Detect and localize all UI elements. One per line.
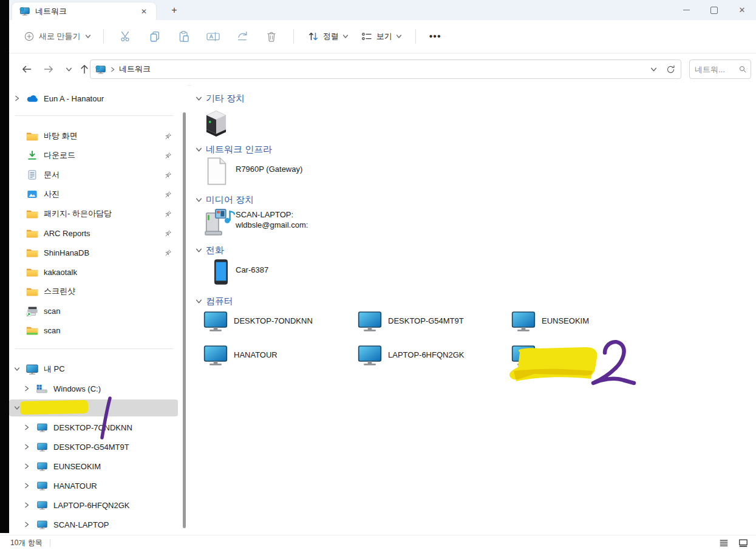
- toolbar-divider: [103, 29, 104, 44]
- computer-item-laptop-6hfqn2gk[interactable]: LAPTOP-6HFQN2GK: [358, 345, 505, 372]
- sidebar-item-shinhanadb[interactable]: ShinHanaDB: [9, 244, 178, 261]
- status-bar: 10개 항목: [0, 535, 756, 550]
- sidebar-item-desktop-g54mt9t[interactable]: DESKTOP-G54MT9T: [9, 438, 178, 455]
- delete-button[interactable]: [257, 25, 286, 48]
- search-box[interactable]: [689, 59, 751, 79]
- sidebar-item-kakaotalk[interactable]: kakaotalk: [9, 263, 178, 280]
- sidebar-item-package-folder[interactable]: 패키지- 하은아담당: [9, 205, 178, 222]
- media-item-label-line1[interactable]: SCAN-LAPTOP:: [236, 210, 293, 219]
- media-device-icon[interactable]: [202, 206, 235, 238]
- chevron-right-icon[interactable]: [21, 385, 32, 392]
- monitor-icon: [26, 364, 39, 375]
- refresh-icon[interactable]: [666, 64, 676, 75]
- sidebar-item-label: 내 PC: [44, 364, 65, 375]
- sidebar-item-downloads[interactable]: 다운로드: [9, 147, 178, 164]
- new-button-label: 새로 만들기: [39, 31, 81, 42]
- share-button[interactable]: [228, 25, 257, 48]
- sidebar-item-label: 네트워크: [44, 402, 75, 413]
- maximize-button[interactable]: [700, 0, 728, 20]
- new-tab-button[interactable]: +: [167, 4, 182, 17]
- sidebar-item-desktop[interactable]: 바탕 화면: [9, 127, 178, 144]
- sidebar-item-scan-folder[interactable]: scan: [9, 322, 178, 339]
- sidebar-item-windows-c[interactable]: Windows (C:): [9, 380, 178, 397]
- more-options-button[interactable]: •••: [423, 25, 448, 48]
- group-header-phone[interactable]: 전화: [196, 244, 224, 256]
- group-header-network-infrastructure[interactable]: 네트워크 인프라: [196, 143, 272, 155]
- sidebar-item-network[interactable]: 네트워크: [9, 399, 178, 416]
- view-button[interactable]: 보기: [355, 27, 408, 46]
- sidebar-item-my-pc[interactable]: 내 PC: [9, 361, 178, 378]
- address-dropdown-icon[interactable]: [650, 66, 657, 73]
- chevron-right-icon[interactable]: [21, 444, 32, 450]
- recent-locations-button[interactable]: [60, 61, 77, 78]
- phone-icon[interactable]: [213, 259, 229, 285]
- computer-item-hanatour[interactable]: HANATOUR: [203, 345, 350, 372]
- minimize-button[interactable]: [672, 0, 700, 20]
- monitor-icon: [358, 311, 382, 331]
- group-title: 미디어 장치: [206, 194, 254, 206]
- group-header-media-devices[interactable]: 미디어 장치: [196, 194, 254, 206]
- group-header-other-devices[interactable]: 기타 장치: [196, 92, 245, 104]
- sidebar-item-label: DESKTOP-G54MT9T: [53, 443, 129, 452]
- copy-button[interactable]: [140, 25, 169, 48]
- sidebar-item-arc-reports[interactable]: ARC Reports: [9, 225, 178, 242]
- chevron-right-icon[interactable]: [21, 463, 32, 469]
- computer-item-scan-laptop[interactable]: SCAN-LAPTOP: [511, 345, 658, 372]
- monitor-icon: [511, 345, 536, 365]
- forward-button[interactable]: [40, 61, 57, 78]
- other-device-icon[interactable]: [205, 109, 228, 137]
- rename-button[interactable]: [199, 25, 228, 48]
- sidebar-item-eunseokim[interactable]: EUNSEOKIM: [9, 458, 178, 475]
- gateway-item-label[interactable]: R7960P (Gateway): [236, 165, 302, 174]
- explorer-tab[interactable]: 네트워크 ✕: [12, 2, 156, 20]
- network-icon: [95, 65, 106, 74]
- sidebar-item-label: ShinHanaDB: [44, 248, 89, 257]
- navigation-pane: Eun A - Hanatour 바탕 화면 다운로드 문서 사진 패키지- 하…: [9, 85, 187, 535]
- sidebar-item-pictures[interactable]: 사진: [9, 186, 178, 203]
- chevron-right-icon[interactable]: [21, 483, 32, 489]
- address-bar[interactable]: 네트워크: [90, 59, 681, 79]
- sidebar-item-label: 바탕 화면: [44, 131, 78, 141]
- chevron-down-icon[interactable]: [12, 405, 22, 411]
- group-header-computers[interactable]: 컴퓨터: [196, 295, 233, 307]
- computer-item-eunseokim[interactable]: EUNSEOKIM: [511, 311, 658, 338]
- sidebar-item-onedrive[interactable]: Eun A - Hanatour: [9, 90, 178, 107]
- sort-button[interactable]: 정렬: [301, 27, 355, 46]
- breadcrumb[interactable]: 네트워크: [119, 64, 151, 75]
- tab-close-icon[interactable]: ✕: [138, 5, 150, 18]
- search-icon[interactable]: [738, 64, 747, 74]
- back-button[interactable]: [18, 61, 35, 78]
- monitor-icon: [358, 345, 382, 365]
- cut-button[interactable]: [111, 25, 140, 48]
- chevron-right-icon[interactable]: [21, 521, 32, 528]
- sidebar-item-scan-shortcut[interactable]: scan: [9, 302, 178, 319]
- close-button[interactable]: ✕: [728, 0, 756, 20]
- sidebar-item-scan-laptop[interactable]: SCAN-LAPTOP: [9, 516, 178, 533]
- sidebar-item-hanatour[interactable]: HANATOUR: [9, 477, 178, 494]
- sidebar-item-desktop-7ondknn[interactable]: DESKTOP-7ONDKNN: [9, 419, 178, 436]
- computer-item-desktop-g54mt9t[interactable]: DESKTOP-G54MT9T: [358, 311, 505, 338]
- search-input[interactable]: [693, 64, 738, 75]
- media-item-label-line2[interactable]: wldbsle@gmail.com:: [236, 220, 308, 229]
- gateway-document-icon[interactable]: [206, 157, 228, 186]
- large-icons-view-button[interactable]: [737, 537, 750, 549]
- folder-icon: [26, 287, 39, 297]
- monitor-icon: [35, 501, 49, 510]
- computer-item-desktop-7ondknn[interactable]: DESKTOP-7ONDKNN: [203, 311, 350, 338]
- sidebar-item-documents[interactable]: 문서: [9, 166, 178, 183]
- phone-item-label[interactable]: Car-6387: [236, 265, 268, 274]
- chevron-down-icon[interactable]: [12, 366, 22, 372]
- printer-shortcut-icon: [26, 305, 39, 317]
- sidebar-item-label: 다운로드: [44, 150, 75, 161]
- sidebar-item-label: ARC Reports: [44, 229, 90, 238]
- sidebar-scrollbar[interactable]: [183, 112, 186, 528]
- chevron-right-icon[interactable]: [21, 502, 32, 508]
- sidebar-item-screenshots[interactable]: 스크린샷: [9, 283, 178, 300]
- sidebar-item-laptop-6hfqn2gk[interactable]: LAPTOP-6HFQN2GK: [9, 497, 178, 514]
- chevron-right-icon[interactable]: [21, 424, 32, 430]
- new-button[interactable]: 새로 만들기: [19, 27, 96, 46]
- paste-button[interactable]: [169, 25, 199, 48]
- chevron-right-icon[interactable]: [12, 95, 22, 101]
- details-view-button[interactable]: [717, 537, 730, 549]
- group-title: 기타 장치: [206, 93, 245, 104]
